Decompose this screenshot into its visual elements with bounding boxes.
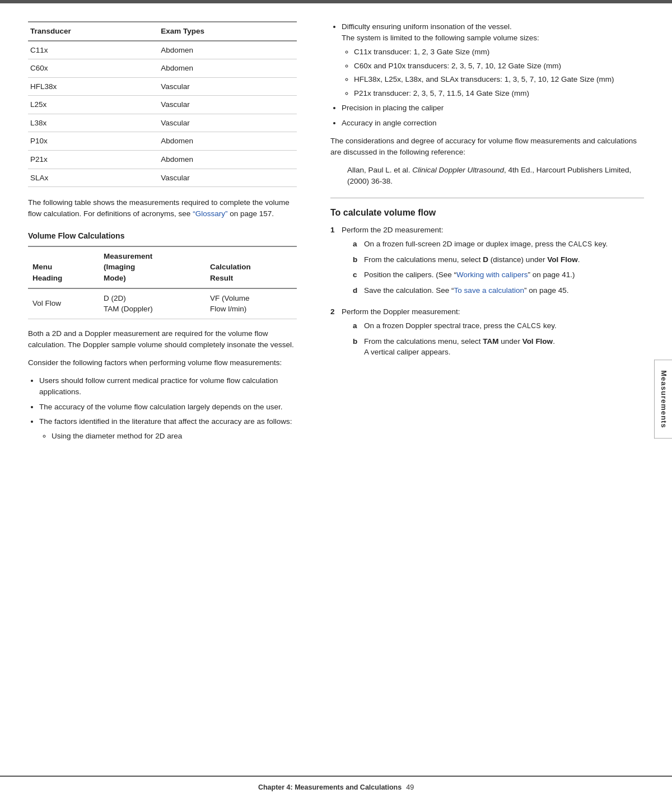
table-cell: Vascular (158, 96, 297, 114)
substep-1b: b From the calculations menu, select D (… (353, 254, 608, 265)
cell-result: VF (VolumeFlow l/min) (206, 288, 297, 319)
col-menu-heading: MenuHeading (28, 246, 99, 288)
to-save-calculation-link[interactable]: To save a calculation (454, 286, 524, 295)
table-cell: L38x (28, 114, 158, 132)
section-heading-vol-flow: Volume Flow Calculations (28, 230, 297, 241)
list-item: P21x transducer: 2, 3, 5, 7, 11.5, 14 Ga… (354, 88, 644, 99)
glossary-link[interactable]: “Glossary” (193, 209, 227, 218)
para-2d-doppler: Both a 2D and a Doppler measurement are … (28, 328, 297, 351)
step-2: 2 Perform the Doppler measurement: a On … (330, 306, 644, 362)
table-row: Vol Flow D (2D)TAM (Doppler) VF (VolumeF… (28, 288, 297, 319)
list-item-accuracy: Accuracy in angle correction (342, 118, 644, 129)
substep-2b: b From the calculations menu, select TAM… (353, 336, 557, 358)
footer: Chapter 4: Measurements and Calculations… (0, 776, 672, 798)
list-item: Using the diameter method for 2D area (52, 431, 297, 442)
col-measurement: Measurement(ImagingMode) (99, 246, 206, 288)
para-glossary-ref: The following table shows the measuremen… (28, 197, 297, 220)
table-cell: Abdomen (158, 150, 297, 169)
table-cell: Vascular (158, 77, 297, 96)
substep-1d: d Save the calculation. See “To save a c… (353, 285, 608, 296)
working-with-calipers-link[interactable]: Working with calipers (456, 270, 528, 279)
list-item: HFL38x, L25x, L38x, and SLAx transducers… (354, 74, 644, 85)
steps-list: 1 Perform the 2D measurement: a On a fro… (330, 225, 644, 362)
table-cell: P21x (28, 150, 158, 169)
step-1: 1 Perform the 2D measurement: a On a fro… (330, 225, 644, 301)
right-column: Difficulty ensuring uniform insonation o… (314, 21, 672, 776)
main-bullet-list: Users should follow current medical prac… (28, 375, 297, 441)
sub-bullet-list: Using the diameter method for 2D area (39, 431, 297, 442)
list-item-precision: Precision in placing the caliper (342, 102, 644, 114)
col-calculation: CalculationResult (206, 246, 297, 288)
table-row: C60xAbdomen (28, 59, 297, 78)
table-cell: HFL38x (28, 77, 158, 96)
volume-flow-table: MenuHeading Measurement(ImagingMode) Cal… (28, 246, 297, 319)
table-row: P21xAbdomen (28, 150, 297, 169)
transducer-table: Transducer Exam Types C11xAbdomenC60xAbd… (28, 21, 297, 187)
col-transducer: Transducer (28, 22, 158, 41)
substep-2a: a On a frozen Doppler spectral trace, pr… (353, 320, 557, 332)
table-cell: L25x (28, 96, 158, 114)
table-cell: SLAx (28, 169, 158, 187)
table-row: L25xVascular (28, 96, 297, 114)
table-row: P10xAbdomen (28, 132, 297, 151)
footer-page: 49 (406, 782, 414, 792)
table-cell: C11x (28, 41, 158, 59)
blockquote-ref: Allan, Paul L. et al. Clinical Doppler U… (347, 165, 644, 188)
table-cell: C60x (28, 59, 158, 78)
para-considerations: The considerations and degree of accurac… (330, 136, 644, 158)
section-heading-calculate: To calculate volume flow (330, 198, 644, 219)
col-exam-types: Exam Types (158, 22, 297, 41)
substep-1c: c Position the calipers. (See “Working w… (353, 269, 608, 281)
list-item: The factors identified in the literature… (39, 416, 297, 441)
table-cell: Abdomen (158, 132, 297, 151)
content-area: Transducer Exam Types C11xAbdomenC60xAbd… (0, 3, 672, 776)
gate-size-list: C11x transducer: 1, 2, 3 Gate Size (mm) … (342, 46, 644, 99)
cell-vol-flow: Vol Flow (28, 288, 99, 319)
table-cell: Abdomen (158, 41, 297, 59)
table-cell: Abdomen (158, 59, 297, 78)
page: Transducer Exam Types C11xAbdomenC60xAbd… (0, 0, 672, 798)
right-bullet-list: Difficulty ensuring uniform insonation o… (330, 21, 644, 129)
list-item-difficulty: Difficulty ensuring uniform insonation o… (342, 21, 644, 99)
substeps-1: a On a frozen full-screen 2D image or du… (353, 239, 608, 296)
list-item: Users should follow current medical prac… (39, 375, 297, 397)
table-cell: Vascular (158, 169, 297, 187)
left-column: Transducer Exam Types C11xAbdomenC60xAbd… (0, 21, 314, 776)
substep-1a: a On a frozen full-screen 2D image or du… (353, 239, 608, 250)
table-cell: P10x (28, 132, 158, 151)
list-item: The accuracy of the volume flow calculat… (39, 402, 297, 413)
measurements-tab: Measurements (654, 360, 672, 439)
list-item: C11x transducer: 1, 2, 3 Gate Size (mm) (354, 46, 644, 58)
table-row: C11xAbdomen (28, 41, 297, 59)
list-item: C60x and P10x transducers: 2, 3, 5, 7, 1… (354, 60, 644, 72)
table-row: SLAxVascular (28, 169, 297, 187)
substeps-2: a On a frozen Doppler spectral trace, pr… (353, 320, 557, 358)
table-row: L38xVascular (28, 114, 297, 132)
footer-chapter: Chapter 4: Measurements and Calculations (258, 782, 402, 792)
para-consider: Consider the following factors when perf… (28, 357, 297, 368)
table-row: HFL38xVascular (28, 77, 297, 96)
cell-measurement: D (2D)TAM (Doppler) (99, 288, 206, 319)
table-cell: Vascular (158, 114, 297, 132)
